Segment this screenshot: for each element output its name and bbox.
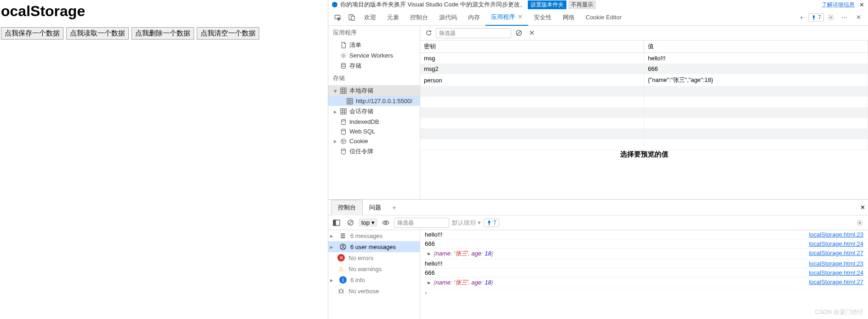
table-row[interactable]: msg2666 (420, 64, 868, 74)
issues-badge[interactable]: 7 (808, 13, 824, 22)
close-devtools-icon[interactable]: ✕ (851, 11, 865, 24)
tab-elements[interactable]: 元素 (382, 9, 405, 26)
sidebar-manifest[interactable]: 清单 (328, 40, 420, 51)
filter-user-messages[interactable]: ▸6 user messages (328, 241, 420, 252)
device-toggle-icon[interactable] (345, 11, 359, 24)
chevron-right-icon: ▸ (330, 232, 336, 239)
more-icon[interactable]: ⋯ (838, 11, 851, 24)
console-line[interactable]: hello!!!localStorage.html:23 (420, 259, 868, 268)
col-value[interactable]: 值 (644, 41, 868, 53)
table-row[interactable] (420, 86, 868, 97)
source-link[interactable]: localStorage.html:23 (809, 260, 863, 267)
table-row[interactable] (420, 107, 868, 118)
svg-point-4 (813, 18, 815, 20)
context-selector[interactable]: top▾ (359, 218, 377, 227)
tab-sources[interactable]: 源代码 (434, 9, 463, 26)
table-row[interactable]: person{"name":"张三","age":18} (420, 74, 868, 86)
watermark: CSDN @厦门德仔 (815, 308, 863, 316)
storage-filter-input[interactable] (436, 28, 511, 38)
sidebar-item-label: 清单 (349, 41, 361, 49)
tree-label: 本地存储 (349, 87, 373, 95)
live-expression-icon[interactable] (380, 217, 391, 228)
sidebar-item-label: 存储 (349, 62, 361, 70)
console-line[interactable]: ▸{name: '张三', age: 18}localStorage.html:… (420, 249, 868, 259)
learn-more-link[interactable]: 了解详细信息 (822, 1, 855, 9)
table-row[interactable] (420, 128, 868, 139)
refresh-icon[interactable] (423, 28, 434, 39)
error-icon: ✕ (337, 254, 345, 261)
read-button[interactable]: 点我读取一个数据 (66, 27, 129, 40)
info-dot-icon (332, 2, 337, 7)
console-prompt[interactable]: › (420, 288, 868, 297)
table-row[interactable] (420, 118, 868, 128)
notification-text: 你的项目的版本件夹换开 Visual Studio Code 中的源文件并同步更… (340, 0, 526, 9)
plus-icon[interactable]: ＋ (794, 11, 808, 24)
tab-memory[interactable]: 内存 (463, 9, 485, 26)
console-line[interactable]: ▸{name: '张三', age: 18}localStorage.html:… (420, 278, 868, 288)
console-line[interactable]: 666localStorage.html:24 (420, 239, 868, 249)
source-link[interactable]: localStorage.html:27 (809, 249, 863, 258)
save-button[interactable]: 点我保存一个数据 (1, 27, 63, 40)
table-row[interactable]: msghello!!! (420, 53, 868, 64)
close-tab-icon[interactable]: ✕ (518, 13, 523, 20)
svg-rect-2 (351, 16, 354, 20)
col-key[interactable]: 密钥 (420, 41, 644, 53)
source-link[interactable]: localStorage.html:24 (809, 269, 863, 276)
filter-warnings[interactable]: ⚠No warnings (328, 263, 420, 274)
close-icon[interactable]: ✕ (859, 1, 864, 8)
filter-errors[interactable]: ✕No errors (328, 252, 420, 263)
tab-console[interactable]: 控制台 (405, 9, 434, 26)
console-settings-icon[interactable] (854, 217, 865, 228)
source-link[interactable]: localStorage.html:23 (809, 231, 863, 238)
console-line[interactable]: 666localStorage.html:24 (420, 268, 868, 278)
sidebar-storage[interactable]: 存储 (328, 60, 420, 71)
tab-welcome[interactable]: 欢迎 (359, 9, 382, 26)
console-line[interactable]: hello!!!localStorage.html:23 (420, 230, 868, 239)
svg-rect-9 (347, 99, 353, 104)
dont-show-button[interactable]: 不再显示 (568, 0, 596, 9)
delete-button[interactable]: 点我删除一个数据 (131, 27, 194, 40)
plus-icon[interactable]: ＋ (391, 203, 397, 212)
console-issues-badge[interactable]: 7 (484, 219, 499, 227)
sidebar-toggle-icon[interactable] (331, 217, 342, 228)
log-level-selector[interactable]: 默认级别▾ (452, 219, 481, 227)
console-filter-input[interactable] (394, 218, 449, 228)
setup-folder-button[interactable]: 设置版本件夹 (528, 0, 566, 9)
svg-point-6 (343, 54, 344, 56)
tab-network[interactable]: 网络 (557, 9, 580, 26)
tree-session-storage[interactable]: ▸ 会话存储 (328, 106, 420, 117)
filter-messages[interactable]: ▸☰6 messages (328, 230, 420, 241)
tab-issues-drawer[interactable]: 问题 (363, 200, 388, 215)
tree-indexeddb[interactable]: IndexedDB (328, 117, 420, 127)
tree-trust-tokens[interactable]: 信任令牌 (328, 146, 420, 157)
console-body: ▸☰6 messages ▸6 user messages ✕No errors… (328, 230, 868, 319)
tab-cookie-editor[interactable]: Cookie Editor (580, 9, 627, 26)
clear-console-icon[interactable] (345, 217, 356, 228)
tab-security[interactable]: 安全性 (528, 9, 557, 26)
delete-icon[interactable]: ✕ (526, 28, 537, 39)
devtools-tabs: 欢迎 元素 控制台 源代码 内存 应用程序✕ 安全性 网络 Cookie Edi… (328, 9, 868, 26)
close-drawer-icon[interactable]: ✕ (860, 204, 865, 211)
tree-cookie[interactable]: ▸ Cookie (328, 136, 420, 146)
settings-icon[interactable] (824, 11, 838, 24)
section-storage: 存储 (328, 71, 420, 85)
tree-local-storage-origin[interactable]: http://127.0.0.1:5500/ (328, 96, 420, 106)
disclosure-icon[interactable]: ▸ (428, 250, 431, 257)
application-panel: 应用程序 清单 Service Workers 存储 存储 ▾ 本地存储 h (328, 26, 868, 199)
tab-console-drawer[interactable]: 控制台 (331, 200, 363, 215)
table-row[interactable] (420, 139, 868, 150)
table-row[interactable] (420, 97, 868, 107)
sidebar-service-workers[interactable]: Service Workers (328, 51, 420, 60)
filter-verbose[interactable]: No verbose (328, 285, 420, 296)
disclosure-icon[interactable]: ▸ (428, 279, 431, 286)
tab-application[interactable]: 应用程序✕ (485, 9, 528, 26)
clear-button[interactable]: 点我清空一个数据 (197, 27, 259, 40)
filter-info[interactable]: ▸i6 info (328, 274, 420, 285)
svg-point-27 (342, 245, 344, 247)
inspect-icon[interactable] (331, 11, 345, 24)
tree-websql[interactable]: Web SQL (328, 127, 420, 136)
tree-local-storage[interactable]: ▾ 本地存储 (328, 85, 420, 96)
source-link[interactable]: localStorage.html:27 (809, 278, 863, 287)
source-link[interactable]: localStorage.html:24 (809, 240, 863, 247)
clear-icon[interactable] (513, 28, 524, 39)
